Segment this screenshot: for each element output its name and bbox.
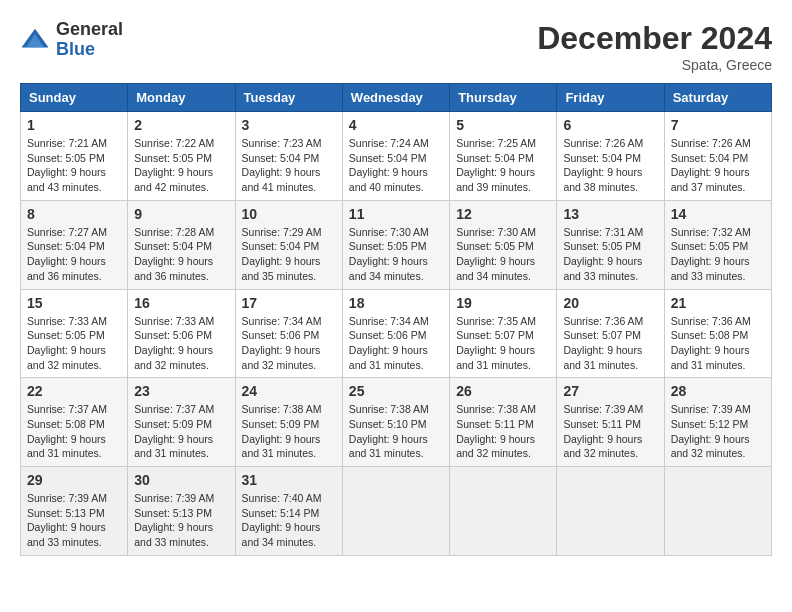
day-number: 30 xyxy=(134,472,228,488)
day-number: 17 xyxy=(242,295,336,311)
sunset-label: Sunset: 5:12 PM xyxy=(671,418,749,430)
calendar-cell: 28 Sunrise: 7:39 AM Sunset: 5:12 PM Dayl… xyxy=(664,378,771,467)
day-number: 1 xyxy=(27,117,121,133)
daylight-label: Daylight: 9 hours and 37 minutes. xyxy=(671,166,750,193)
sunrise-label: Sunrise: 7:30 AM xyxy=(456,226,536,238)
sunset-label: Sunset: 5:11 PM xyxy=(563,418,641,430)
calendar-cell: 16 Sunrise: 7:33 AM Sunset: 5:06 PM Dayl… xyxy=(128,289,235,378)
sunrise-label: Sunrise: 7:24 AM xyxy=(349,137,429,149)
sunset-label: Sunset: 5:04 PM xyxy=(242,240,320,252)
sunset-label: Sunset: 5:05 PM xyxy=(671,240,749,252)
day-info: Sunrise: 7:39 AM Sunset: 5:13 PM Dayligh… xyxy=(27,491,121,550)
day-number: 23 xyxy=(134,383,228,399)
calendar-cell: 6 Sunrise: 7:26 AM Sunset: 5:04 PM Dayli… xyxy=(557,112,664,201)
daylight-label: Daylight: 9 hours and 43 minutes. xyxy=(27,166,106,193)
sunrise-label: Sunrise: 7:38 AM xyxy=(242,403,322,415)
page-header: General Blue December 2024 Spata, Greece xyxy=(20,20,772,73)
calendar-cell: 15 Sunrise: 7:33 AM Sunset: 5:05 PM Dayl… xyxy=(21,289,128,378)
sunset-label: Sunset: 5:11 PM xyxy=(456,418,534,430)
calendar-cell xyxy=(450,467,557,556)
sunset-label: Sunset: 5:07 PM xyxy=(563,329,641,341)
day-info: Sunrise: 7:37 AM Sunset: 5:09 PM Dayligh… xyxy=(134,402,228,461)
calendar-cell: 25 Sunrise: 7:38 AM Sunset: 5:10 PM Dayl… xyxy=(342,378,449,467)
sunset-label: Sunset: 5:04 PM xyxy=(349,152,427,164)
sunrise-label: Sunrise: 7:37 AM xyxy=(134,403,214,415)
day-info: Sunrise: 7:37 AM Sunset: 5:08 PM Dayligh… xyxy=(27,402,121,461)
sunset-label: Sunset: 5:05 PM xyxy=(349,240,427,252)
day-number: 12 xyxy=(456,206,550,222)
daylight-label: Daylight: 9 hours and 31 minutes. xyxy=(27,433,106,460)
daylight-label: Daylight: 9 hours and 31 minutes. xyxy=(134,433,213,460)
day-number: 28 xyxy=(671,383,765,399)
day-number: 3 xyxy=(242,117,336,133)
calendar-cell: 9 Sunrise: 7:28 AM Sunset: 5:04 PM Dayli… xyxy=(128,200,235,289)
sunset-label: Sunset: 5:10 PM xyxy=(349,418,427,430)
sunset-label: Sunset: 5:05 PM xyxy=(27,152,105,164)
daylight-label: Daylight: 9 hours and 31 minutes. xyxy=(242,433,321,460)
calendar-cell: 17 Sunrise: 7:34 AM Sunset: 5:06 PM Dayl… xyxy=(235,289,342,378)
day-number: 13 xyxy=(563,206,657,222)
sunrise-label: Sunrise: 7:35 AM xyxy=(456,315,536,327)
sunset-label: Sunset: 5:06 PM xyxy=(242,329,320,341)
calendar-cell: 2 Sunrise: 7:22 AM Sunset: 5:05 PM Dayli… xyxy=(128,112,235,201)
sunrise-label: Sunrise: 7:22 AM xyxy=(134,137,214,149)
daylight-label: Daylight: 9 hours and 33 minutes. xyxy=(134,521,213,548)
weekday-header: Thursday xyxy=(450,84,557,112)
sunrise-label: Sunrise: 7:39 AM xyxy=(27,492,107,504)
daylight-label: Daylight: 9 hours and 34 minutes. xyxy=(242,521,321,548)
calendar-cell: 21 Sunrise: 7:36 AM Sunset: 5:08 PM Dayl… xyxy=(664,289,771,378)
day-number: 18 xyxy=(349,295,443,311)
day-info: Sunrise: 7:39 AM Sunset: 5:11 PM Dayligh… xyxy=(563,402,657,461)
day-number: 7 xyxy=(671,117,765,133)
daylight-label: Daylight: 9 hours and 34 minutes. xyxy=(456,255,535,282)
sunset-label: Sunset: 5:06 PM xyxy=(349,329,427,341)
logo: General Blue xyxy=(20,20,123,60)
sunrise-label: Sunrise: 7:28 AM xyxy=(134,226,214,238)
calendar-cell: 29 Sunrise: 7:39 AM Sunset: 5:13 PM Dayl… xyxy=(21,467,128,556)
calendar-cell: 20 Sunrise: 7:36 AM Sunset: 5:07 PM Dayl… xyxy=(557,289,664,378)
day-number: 19 xyxy=(456,295,550,311)
day-number: 21 xyxy=(671,295,765,311)
sunset-label: Sunset: 5:13 PM xyxy=(27,507,105,519)
sunset-label: Sunset: 5:07 PM xyxy=(456,329,534,341)
day-info: Sunrise: 7:39 AM Sunset: 5:13 PM Dayligh… xyxy=(134,491,228,550)
day-info: Sunrise: 7:40 AM Sunset: 5:14 PM Dayligh… xyxy=(242,491,336,550)
day-number: 27 xyxy=(563,383,657,399)
calendar-cell: 10 Sunrise: 7:29 AM Sunset: 5:04 PM Dayl… xyxy=(235,200,342,289)
day-number: 25 xyxy=(349,383,443,399)
sunrise-label: Sunrise: 7:39 AM xyxy=(134,492,214,504)
sunrise-label: Sunrise: 7:23 AM xyxy=(242,137,322,149)
day-number: 15 xyxy=(27,295,121,311)
sunset-label: Sunset: 5:05 PM xyxy=(27,329,105,341)
calendar-week-row: 15 Sunrise: 7:33 AM Sunset: 5:05 PM Dayl… xyxy=(21,289,772,378)
day-info: Sunrise: 7:23 AM Sunset: 5:04 PM Dayligh… xyxy=(242,136,336,195)
sunrise-label: Sunrise: 7:36 AM xyxy=(563,315,643,327)
sunset-label: Sunset: 5:05 PM xyxy=(456,240,534,252)
daylight-label: Daylight: 9 hours and 38 minutes. xyxy=(563,166,642,193)
daylight-label: Daylight: 9 hours and 31 minutes. xyxy=(671,344,750,371)
day-number: 14 xyxy=(671,206,765,222)
calendar-cell: 7 Sunrise: 7:26 AM Sunset: 5:04 PM Dayli… xyxy=(664,112,771,201)
day-number: 6 xyxy=(563,117,657,133)
daylight-label: Daylight: 9 hours and 31 minutes. xyxy=(349,433,428,460)
day-info: Sunrise: 7:24 AM Sunset: 5:04 PM Dayligh… xyxy=(349,136,443,195)
calendar-week-row: 22 Sunrise: 7:37 AM Sunset: 5:08 PM Dayl… xyxy=(21,378,772,467)
calendar-cell: 11 Sunrise: 7:30 AM Sunset: 5:05 PM Dayl… xyxy=(342,200,449,289)
sunset-label: Sunset: 5:04 PM xyxy=(456,152,534,164)
sunset-label: Sunset: 5:05 PM xyxy=(134,152,212,164)
calendar-week-row: 29 Sunrise: 7:39 AM Sunset: 5:13 PM Dayl… xyxy=(21,467,772,556)
daylight-label: Daylight: 9 hours and 32 minutes. xyxy=(671,433,750,460)
weekday-header: Friday xyxy=(557,84,664,112)
sunrise-label: Sunrise: 7:39 AM xyxy=(563,403,643,415)
daylight-label: Daylight: 9 hours and 31 minutes. xyxy=(349,344,428,371)
calendar-cell xyxy=(557,467,664,556)
day-info: Sunrise: 7:34 AM Sunset: 5:06 PM Dayligh… xyxy=(349,314,443,373)
logo-blue: Blue xyxy=(56,40,123,60)
sunset-label: Sunset: 5:09 PM xyxy=(242,418,320,430)
daylight-label: Daylight: 9 hours and 32 minutes. xyxy=(242,344,321,371)
sunset-label: Sunset: 5:13 PM xyxy=(134,507,212,519)
calendar-cell xyxy=(664,467,771,556)
daylight-label: Daylight: 9 hours and 35 minutes. xyxy=(242,255,321,282)
sunrise-label: Sunrise: 7:33 AM xyxy=(134,315,214,327)
calendar-cell: 27 Sunrise: 7:39 AM Sunset: 5:11 PM Dayl… xyxy=(557,378,664,467)
